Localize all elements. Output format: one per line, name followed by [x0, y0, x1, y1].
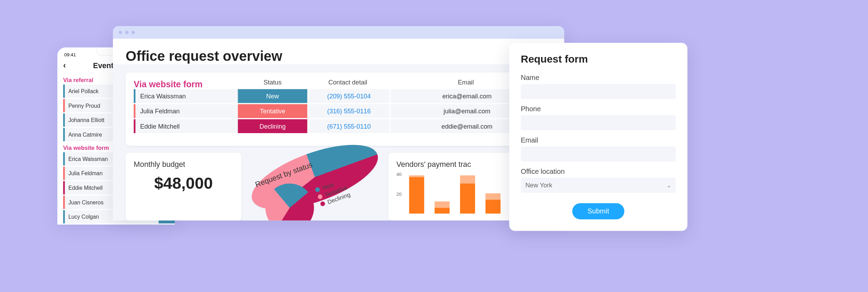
bar-segment: [485, 193, 500, 199]
page-title: Office request overview: [126, 48, 551, 64]
window-chrome: [113, 26, 564, 39]
submit-button[interactable]: Submit: [572, 203, 624, 219]
budget-card: Monthly budget $48,000: [126, 153, 241, 221]
request-table: Via website form Status Contact detail E…: [126, 72, 551, 146]
email-label: Email: [521, 136, 676, 144]
contact-name: Julia Feldman: [136, 104, 238, 118]
bar-segment: [485, 200, 500, 214]
phone-input[interactable]: [521, 115, 676, 130]
email-input[interactable]: [521, 146, 676, 161]
legend-swatch: [320, 201, 326, 207]
location-label: Office location: [521, 167, 676, 175]
bar-segment: [460, 183, 475, 213]
col-contact: Contact detail: [307, 79, 388, 86]
contact-phone[interactable]: (209) 555-0104: [309, 89, 390, 103]
table-row[interactable]: Erica WaissmanNew(209) 555-0104erica@ema…: [134, 89, 543, 103]
request-form: Request form Name Phone Email Office loc…: [509, 43, 687, 231]
bar-column: [409, 175, 424, 214]
traffic-light-icon: [131, 31, 135, 34]
y-tick: 40: [396, 172, 402, 177]
chevron-down-icon: ⌄: [666, 182, 671, 188]
y-tick: 20: [396, 192, 402, 197]
status-badge: New: [238, 89, 308, 103]
browser-window: Office request overview Via website form…: [113, 26, 564, 220]
contact-phone[interactable]: (671) 555-0110: [309, 119, 390, 133]
table-row[interactable]: Eddie MitchellDeclining(671) 555-0110edd…: [134, 119, 543, 133]
legend-swatch: [314, 187, 320, 193]
contact-name: Erica Waissman: [136, 89, 238, 103]
phone-label: Phone: [521, 105, 676, 113]
traffic-light-icon: [125, 31, 129, 34]
status-badge: Tentative: [238, 104, 308, 118]
contact-phone[interactable]: (316) 555-0116: [309, 104, 390, 118]
location-value: New York: [525, 182, 552, 189]
form-title: Request form: [521, 53, 676, 65]
contact-name: Eddie Mitchell: [136, 119, 238, 133]
bar-column: [435, 201, 450, 213]
status-badge: Declining: [238, 119, 308, 133]
location-select[interactable]: New York ⌄: [521, 178, 676, 193]
bar-segment: [409, 177, 424, 213]
bar-segment: [435, 201, 450, 207]
bar-segment: [435, 208, 450, 213]
bar-column: [485, 193, 500, 213]
bar-segment: [460, 175, 475, 183]
name-input[interactable]: [521, 84, 676, 99]
legend-swatch: [317, 194, 323, 200]
bar-column: [460, 175, 475, 214]
budget-title: Monthly budget: [134, 160, 233, 169]
table-row[interactable]: Julia FeldmanTentative(316) 555-0116juli…: [134, 104, 543, 118]
name-label: Name: [521, 73, 676, 81]
traffic-light-icon: [119, 31, 122, 34]
budget-value: $48,000: [134, 174, 233, 193]
col-status: Status: [238, 79, 308, 86]
